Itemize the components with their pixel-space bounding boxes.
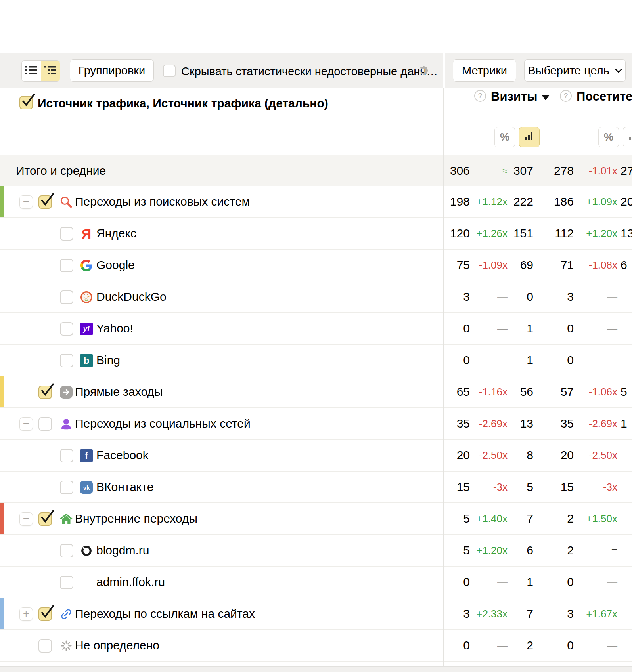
metrics-button[interactable]: Метрики xyxy=(453,59,516,82)
visits-dynamics: -3x xyxy=(493,481,508,493)
row-checkbox[interactable] xyxy=(60,481,73,494)
row-checkbox[interactable] xyxy=(60,544,73,557)
visits-value: 0 xyxy=(463,639,470,652)
visitors-secondary-value-clipped: 6 xyxy=(621,258,627,272)
row-label[interactable]: Яндекс xyxy=(96,227,136,240)
search-icon xyxy=(60,196,73,208)
visitors-secondary-value-clipped: 13 xyxy=(621,227,632,240)
row-label[interactable]: Внутренние переходы xyxy=(75,512,197,525)
row-checkbox[interactable] xyxy=(38,417,52,431)
visits-percent-view-button[interactable]: % xyxy=(494,127,515,147)
visits-value: 20 xyxy=(457,449,470,462)
direct-icon xyxy=(60,386,73,399)
sort-triangle-icon[interactable] xyxy=(542,95,550,100)
view-mode-switcher xyxy=(21,60,60,82)
row-label[interactable]: Google xyxy=(96,258,135,272)
table-row: y!Yahoo!0—10— xyxy=(0,313,632,345)
social-icon xyxy=(60,418,73,430)
hide-inaccurate-checkbox[interactable] xyxy=(163,65,176,77)
yahoo-icon: y! xyxy=(80,323,93,335)
visitors-column-header[interactable]: Посетители xyxy=(576,90,632,104)
row-checkbox[interactable] xyxy=(38,607,52,621)
row-checkbox[interactable] xyxy=(60,576,73,589)
row-label[interactable]: Переходы из социальных сетей xyxy=(75,417,251,430)
row-checkbox[interactable] xyxy=(38,639,52,653)
hide-inaccurate-label[interactable]: Скрывать статистически недостоверные дан… xyxy=(181,65,438,78)
visits-secondary-value: 13 xyxy=(520,417,533,430)
row-checkbox[interactable] xyxy=(60,449,73,462)
row-label[interactable]: Переходы по ссылкам на сайтах xyxy=(75,607,255,620)
visitors-secondary-value-clipped: 20 xyxy=(621,195,632,208)
visitors-dynamics: — xyxy=(607,576,617,588)
vk-icon: vk xyxy=(80,481,93,494)
visitors-value: 186 xyxy=(554,195,574,208)
visitors-value: 3 xyxy=(567,607,574,620)
row-label[interactable]: Bing xyxy=(96,353,120,367)
totals-label: Итого и средние xyxy=(16,164,106,178)
visitors-value: 2 xyxy=(567,544,574,557)
visits-value: 75 xyxy=(457,258,470,272)
dimension-checkbox[interactable] xyxy=(19,96,33,109)
visitors-percent-view-button[interactable]: % xyxy=(598,127,619,147)
row-checkbox[interactable] xyxy=(60,322,73,336)
visitors-dynamics: — xyxy=(607,291,617,303)
visitors-dynamics: — xyxy=(607,640,617,652)
chart-color-bar xyxy=(0,503,4,534)
row-checkbox[interactable] xyxy=(60,290,73,304)
visitors-value: 15 xyxy=(561,480,574,494)
groupings-button[interactable]: Группировки xyxy=(70,59,154,82)
visits-dynamics: +2.33x xyxy=(476,608,508,620)
row-label[interactable]: Yahoo! xyxy=(96,322,133,335)
visits-dynamics: -2.50x xyxy=(479,449,508,462)
row-label[interactable]: Facebook xyxy=(96,449,149,462)
visits-chart-view-button[interactable] xyxy=(519,127,540,147)
totals-visits-secondary-value: 307 xyxy=(513,164,533,178)
visits-value: 0 xyxy=(463,353,470,367)
table-row: +Переходы по ссылкам на сайтах3+2.33x73+… xyxy=(0,598,632,630)
row-label[interactable]: Переходы из поисковых систем xyxy=(75,195,250,208)
row-label[interactable]: DuckDuckGo xyxy=(96,290,167,304)
duckduckgo-icon xyxy=(80,291,93,304)
visits-help-icon[interactable]: ? xyxy=(474,90,486,102)
row-checkbox[interactable] xyxy=(60,354,73,367)
table-row: vkВКонтакте15-3x515-3x xyxy=(0,472,632,503)
visits-dynamics: +1.12x xyxy=(476,196,508,208)
row-label[interactable]: blogdm.ru xyxy=(96,544,149,557)
row-label[interactable]: Не определено xyxy=(75,639,159,652)
table-row: blogdm.ru5+1.20x62= xyxy=(0,535,632,567)
table-row: −Переходы из поисковых систем198+1.12x22… xyxy=(0,186,632,218)
collapse-button[interactable]: − xyxy=(19,417,33,431)
visitors-dynamics: — xyxy=(607,354,617,367)
row-checkbox[interactable] xyxy=(38,386,52,399)
view-mode-list-button[interactable] xyxy=(22,61,41,81)
visits-value: 0 xyxy=(463,575,470,589)
visitors-help-icon[interactable]: ? xyxy=(560,90,572,102)
visitors-value: 0 xyxy=(567,322,574,335)
facebook-icon: f xyxy=(80,449,93,462)
visits-value: 198 xyxy=(450,195,470,208)
row-checkbox[interactable] xyxy=(60,259,73,272)
settings-gear-icon[interactable] xyxy=(416,64,430,79)
row-checkbox[interactable] xyxy=(60,227,73,241)
collapse-button[interactable]: − xyxy=(19,512,33,526)
row-checkbox[interactable] xyxy=(38,195,52,209)
collapse-button[interactable]: − xyxy=(19,195,33,209)
visits-column-header[interactable]: Визиты xyxy=(491,90,538,104)
view-mode-tree-button[interactable] xyxy=(41,61,60,81)
visits-secondary-value: 151 xyxy=(513,227,533,240)
visitors-chart-view-button[interactable] xyxy=(623,127,632,147)
table-row: ЯЯндекс120+1.26x151112+1.20x13 xyxy=(0,218,632,250)
row-label[interactable]: admin.ffok.ru xyxy=(96,575,165,589)
visits-dynamics: -2.69x xyxy=(479,418,508,430)
visits-secondary-value: 0 xyxy=(527,290,533,304)
row-label[interactable]: Прямые заходы xyxy=(75,385,163,399)
row-checkbox[interactable] xyxy=(38,512,52,526)
bing-icon: b xyxy=(80,354,93,367)
metrics-button-label: Метрики xyxy=(462,64,507,77)
row-label[interactable]: ВКонтакте xyxy=(96,480,153,494)
percent-icon: % xyxy=(604,131,613,143)
visits-secondary-value: 5 xyxy=(527,480,533,494)
visits-value: 35 xyxy=(457,417,470,430)
expand-button[interactable]: + xyxy=(19,607,33,621)
select-goal-button[interactable]: Выберите цель xyxy=(524,59,626,82)
